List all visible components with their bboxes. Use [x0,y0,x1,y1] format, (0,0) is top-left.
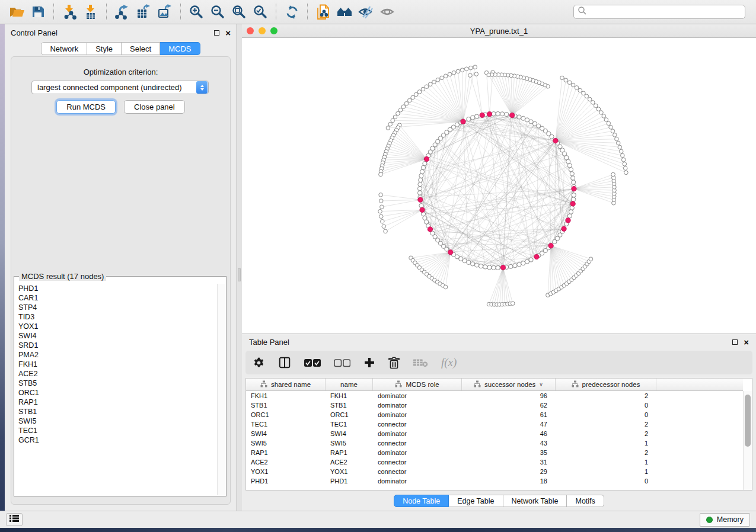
mcds-result-item[interactable]: FKH1 [15,360,216,369]
table-cell: 47 [462,421,556,428]
open-file-button[interactable] [6,2,27,22]
column-selector-button[interactable] [278,356,291,369]
tab-style[interactable]: Style [87,42,122,55]
mcds-result-item[interactable]: TEC1 [15,426,216,435]
mcds-result-item[interactable]: SWI5 [15,416,216,426]
result-scrollbar[interactable] [217,284,225,495]
function-builder-button-disabled: f(x) [441,356,457,369]
mcds-result-item[interactable]: YOX1 [15,322,216,331]
export-table-button[interactable] [133,2,154,22]
criterion-dropdown[interactable]: largest connected component (undirected) [31,81,209,94]
eye-icon [379,5,395,19]
mcds-result-item[interactable]: SWI4 [15,331,216,341]
table-row[interactable]: STB1STB1dominator620 [246,400,743,410]
table-cell: ACE2 [326,459,373,466]
export-network-icon [114,4,130,20]
close-panel-button[interactable]: Close panel [124,100,185,114]
mcds-result-item[interactable]: SRD1 [15,341,216,350]
deselect-all-button[interactable] [334,358,350,367]
hide-graphics-details-button[interactable] [355,2,377,22]
table-vertical-scrollbar[interactable] [743,391,752,490]
first-neighbors-button[interactable] [334,2,355,22]
mcds-result-item[interactable]: RAP1 [15,398,216,407]
import-table-button[interactable] [80,2,101,22]
export-network-button[interactable] [111,2,133,22]
table-cell: connector [373,459,462,466]
table-cell: 96 [462,392,556,399]
save-session-button[interactable] [27,2,49,22]
float-panel-icon[interactable] [732,339,738,345]
zoom-out-button[interactable] [207,2,228,22]
import-network-button[interactable] [59,2,80,22]
tab-select[interactable]: Select [122,42,160,55]
table-row[interactable]: SWI4SWI4dominator462 [246,429,743,438]
table-row[interactable]: SWI5SWI5connector431 [246,438,743,448]
table-cell: connector [373,421,462,428]
hierarchy-icon [474,380,481,389]
mcds-result-item[interactable]: STP4 [15,303,216,312]
tab-node-table[interactable]: Node Table [394,495,449,507]
network-canvas[interactable] [242,38,756,334]
show-graphics-details-button[interactable] [377,2,398,22]
zoom-selected-button[interactable] [250,2,271,22]
table-row[interactable]: ACE2ACE2connector311 [246,457,743,467]
scrollbar-thumb[interactable] [745,395,751,447]
export-image-button[interactable] [154,2,176,22]
table-settings-button[interactable] [253,357,265,369]
mcds-result-item[interactable]: ACE2 [15,369,216,379]
delete-column-button[interactable] [388,357,400,369]
zoom-in-icon [189,4,204,20]
close-panel-icon[interactable]: × [225,30,231,36]
mcds-result-item[interactable]: STB5 [15,379,216,388]
toolbar-separator [53,4,54,20]
network-from-file-button[interactable] [312,2,334,22]
float-panel-icon[interactable] [214,30,219,36]
mcds-result-item[interactable]: PHD1 [15,284,216,293]
table-row[interactable]: TEC1TEC1connector472 [246,419,743,429]
column-header-MCDS-role[interactable]: MCDS role [373,379,462,390]
tab-network[interactable]: Network [41,42,87,55]
close-panel-icon[interactable]: × [744,339,749,345]
mcds-result-item[interactable]: ORC1 [15,388,216,398]
column-header-successor-nodes[interactable]: successor nodes∨ [462,379,556,390]
tab-network-table[interactable]: Network Table [503,495,567,507]
column-header-name[interactable]: name [326,379,373,390]
table-cell: ORC1 [246,411,326,418]
tab-mcds[interactable]: MCDS [160,42,200,55]
table-cell: 29 [462,468,556,475]
mcds-result-item[interactable]: CAR1 [15,293,216,303]
list-icon [9,514,19,525]
zoom-selected-icon [253,4,268,20]
mcds-result-item[interactable]: GCR1 [15,435,216,445]
table-header-row: shared namenameMCDS rolesuccessor nodes∨… [246,379,743,391]
table-row[interactable]: PHD1PHD1dominator180 [246,476,743,486]
panel-splitter[interactable] [237,24,242,511]
show-panels-menu-button[interactable] [6,513,23,526]
mcds-result-item[interactable]: PMA2 [15,350,216,360]
tab-edge-table[interactable]: Edge Table [449,495,503,507]
network-window-title: YPA_prune.txt_1 [242,27,756,36]
column-header-predecessor-nodes[interactable]: predecessor nodes [556,379,656,390]
search-field[interactable] [573,5,745,19]
search-input[interactable] [587,8,741,16]
zoom-in-button[interactable] [186,2,207,22]
mcds-result-item[interactable]: STB1 [15,407,216,416]
hierarchy-icon [572,380,579,389]
select-all-button[interactable] [304,358,321,367]
add-column-button[interactable] [363,357,375,368]
mcds-result-item[interactable]: TID3 [15,312,216,322]
table-row[interactable]: YOX1YOX1connector291 [246,467,743,476]
table-cell: PHD1 [246,477,326,485]
table-row[interactable]: RAP1RAP1dominator352 [246,448,743,457]
table-cell: SWI4 [246,430,326,437]
table-row[interactable]: FKH1FKH1dominator962 [246,391,743,400]
zoom-fit-button[interactable] [228,2,250,22]
tab-motifs[interactable]: Motifs [567,495,604,507]
run-mcds-button[interactable]: Run MCDS [56,100,116,114]
network-graph[interactable] [242,38,756,334]
apply-layout-button[interactable] [281,2,302,22]
table-row[interactable]: ORC1ORC1dominator610 [246,410,743,419]
column-header-shared-name[interactable]: shared name [246,379,326,390]
table-cell: 62 [462,402,556,409]
memory-button[interactable]: Memory [700,513,750,527]
